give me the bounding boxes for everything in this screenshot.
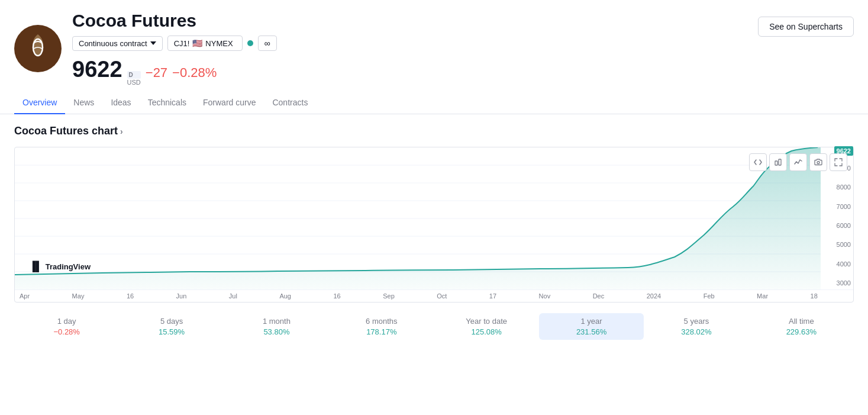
asset-logo bbox=[14, 25, 62, 72]
x-label-aug: Aug bbox=[279, 292, 291, 300]
asset-title: Cocoa Futures bbox=[72, 11, 758, 31]
snapshot-button[interactable] bbox=[809, 153, 827, 171]
y-label-7000: 7000 bbox=[821, 203, 853, 210]
tab-news[interactable]: News bbox=[65, 92, 102, 114]
x-label-jun: Jun bbox=[176, 292, 187, 300]
x-label-16b: 16 bbox=[333, 292, 340, 300]
tab-ideas[interactable]: Ideas bbox=[102, 92, 139, 114]
see-on-supercharts-button[interactable]: See on Supercharts bbox=[758, 17, 854, 37]
period-5years[interactable]: 5 years 328.02% bbox=[644, 313, 748, 340]
x-label-feb: Feb bbox=[704, 292, 715, 300]
x-label-jul: Jul bbox=[229, 292, 237, 300]
svg-point-3 bbox=[817, 162, 819, 164]
price-value: 9622 bbox=[72, 57, 122, 82]
code-icon bbox=[754, 158, 762, 166]
x-label-17: 17 bbox=[489, 292, 496, 300]
price-change: −27 bbox=[146, 65, 167, 81]
tv-logo-text: TradingView bbox=[46, 262, 91, 271]
indicators-icon bbox=[794, 158, 802, 166]
period-6months[interactable]: 6 months 178.17% bbox=[329, 313, 434, 340]
chart-svg bbox=[15, 147, 821, 289]
compare-icon bbox=[774, 158, 782, 166]
y-label-4000: 4000 bbox=[821, 260, 853, 268]
period-1year[interactable]: 1 year 231.56% bbox=[539, 313, 644, 340]
x-axis: Apr May 16 Jun Jul Aug 16 Sep Oct 17 Nov… bbox=[15, 289, 853, 302]
x-label-18: 18 bbox=[811, 292, 818, 300]
nav-tabs: Overview News Ideas Technicals Forward c… bbox=[0, 92, 868, 114]
infinity-button[interactable]: ∞ bbox=[258, 36, 277, 51]
x-label-may: May bbox=[72, 292, 85, 300]
tab-contracts[interactable]: Contracts bbox=[264, 92, 316, 114]
page-wrapper: Cocoa Futures Continuous contract CJ1! 🇺… bbox=[0, 0, 868, 355]
main-content: Cocoa Futures chart› bbox=[0, 114, 868, 355]
x-label-mar: Mar bbox=[757, 292, 768, 300]
period-ytd[interactable]: Year to date 125.08% bbox=[434, 313, 539, 340]
chart-plot-area: ▐▌ TradingView bbox=[15, 147, 821, 289]
price-meta: D USD bbox=[127, 71, 141, 86]
y-label-3000: 3000 bbox=[821, 279, 853, 287]
embed-code-button[interactable] bbox=[749, 153, 767, 171]
fullscreen-icon bbox=[834, 158, 843, 166]
x-label-oct: Oct bbox=[437, 292, 447, 300]
y-label-5000: 5000 bbox=[821, 241, 853, 248]
x-label-apr: Apr bbox=[20, 292, 30, 300]
flag-icon: 🇺🇸 bbox=[192, 38, 202, 48]
chevron-down-icon bbox=[150, 40, 156, 46]
chart-body: ▐▌ TradingView 9622 9000 8000 7000 6000 … bbox=[15, 147, 853, 289]
y-label-6000: 6000 bbox=[821, 222, 853, 229]
price-change-pct: −0.28% bbox=[172, 65, 217, 81]
header-info: Cocoa Futures Continuous contract CJ1! 🇺… bbox=[72, 11, 758, 86]
chart-title-chevron: › bbox=[120, 127, 123, 136]
contract-type-dropdown[interactable]: Continuous contract bbox=[72, 36, 163, 51]
svg-rect-2 bbox=[779, 159, 781, 165]
period-1day[interactable]: 1 day −0.28% bbox=[14, 313, 119, 340]
indicators-button[interactable] bbox=[789, 153, 807, 171]
controls: Continuous contract CJ1! 🇺🇸 NYMEX ∞ bbox=[72, 36, 758, 51]
x-label-2024: 2024 bbox=[647, 292, 661, 300]
period-alltime[interactable]: All time 229.63% bbox=[749, 313, 854, 340]
logo-icon bbox=[27, 32, 49, 65]
period-5days[interactable]: 5 days 15.59% bbox=[119, 313, 224, 340]
chart-container: ▐▌ TradingView 9622 9000 8000 7000 6000 … bbox=[14, 147, 854, 303]
header: Cocoa Futures Continuous contract CJ1! 🇺… bbox=[0, 0, 868, 92]
compare-button[interactable] bbox=[769, 153, 787, 171]
tab-overview[interactable]: Overview bbox=[14, 92, 65, 114]
fullscreen-button[interactable] bbox=[830, 153, 847, 171]
period-1month[interactable]: 1 month 53.80% bbox=[224, 313, 329, 340]
x-label-nov: Nov bbox=[539, 292, 551, 300]
x-label-dec: Dec bbox=[593, 292, 605, 300]
x-label-sep: Sep bbox=[383, 292, 395, 300]
y-label-8000: 8000 bbox=[821, 184, 853, 191]
tab-forward-curve[interactable]: Forward curve bbox=[195, 92, 264, 114]
price-row: 9622 D USD −27 −0.28% bbox=[72, 57, 758, 86]
tv-logo-symbol: ▐▌ bbox=[29, 261, 43, 272]
chart-toolbar bbox=[749, 153, 847, 171]
time-period-selector: 1 day −0.28% 5 days 15.59% 1 month 53.80… bbox=[14, 308, 854, 345]
tab-technicals[interactable]: Technicals bbox=[140, 92, 195, 114]
x-label-16a: 16 bbox=[127, 292, 134, 300]
tradingview-logo: ▐▌ TradingView bbox=[29, 261, 91, 272]
ticker-exchange-dropdown[interactable]: CJ1! 🇺🇸 NYMEX bbox=[167, 36, 243, 51]
chart-title[interactable]: Cocoa Futures chart› bbox=[14, 125, 854, 137]
svg-rect-1 bbox=[775, 161, 777, 165]
camera-icon bbox=[814, 158, 822, 166]
status-dot bbox=[247, 40, 253, 46]
